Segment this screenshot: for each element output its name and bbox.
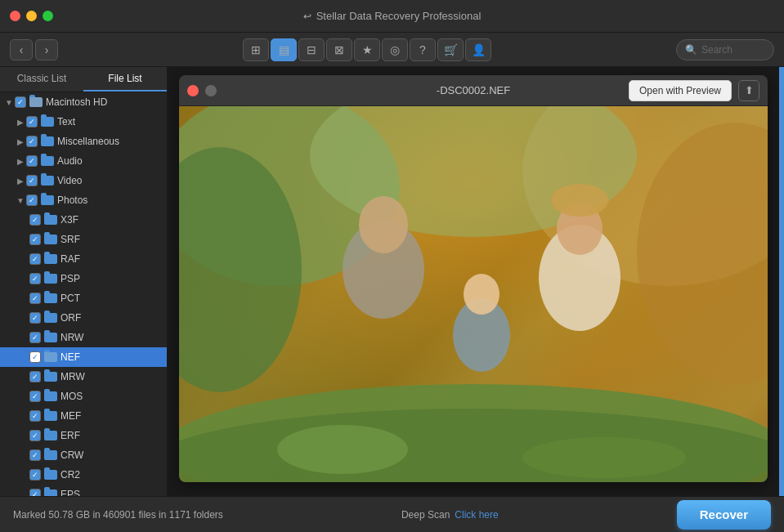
root-toggle[interactable]: ▼ [3, 96, 15, 108]
crw-folder-icon [44, 450, 57, 460]
eps-label: EPS [60, 489, 80, 496]
crw-checkbox[interactable]: ✓ [29, 449, 41, 461]
toolbar-btn-star[interactable]: ★ [354, 38, 380, 61]
toolbar-btn-4[interactable]: ⊠ [326, 38, 352, 61]
video-checkbox[interactable]: ✓ [26, 175, 38, 186]
audio-checkbox[interactable]: ✓ [26, 155, 38, 167]
raf-checkbox[interactable]: ✓ [29, 253, 41, 265]
text-toggle[interactable]: ▶ [15, 116, 26, 127]
tree-item-nef[interactable]: ✓ NEF [0, 347, 167, 367]
misc-toggle[interactable]: ▶ [15, 136, 26, 147]
toolbar-btn-question[interactable]: ? [410, 38, 436, 61]
text-label: Text [57, 116, 75, 127]
tab-bar: Classic List File List [0, 67, 167, 92]
photos-checkbox[interactable]: ✓ [26, 194, 38, 206]
video-toggle[interactable]: ▶ [15, 175, 26, 186]
toolbar-btn-circle[interactable]: ◎ [382, 38, 408, 61]
deep-scan-section: Deep Scan Click here [401, 509, 499, 521]
click-here-link[interactable]: Click here [455, 509, 498, 521]
tree-item-text[interactable]: ▶ ✓ Text [0, 112, 167, 132]
tree-item-miscellaneous[interactable]: ▶ ✓ Miscellaneous [0, 132, 167, 151]
nrw-checkbox[interactable]: ✓ [29, 332, 41, 343]
toolbar-btn-person[interactable]: 👤 [465, 38, 491, 61]
nrw-folder-icon [44, 333, 57, 342]
minimize-window-button[interactable] [26, 11, 37, 21]
sidebar: Classic List File List ▼ ✓ Macintosh HD … [0, 67, 168, 496]
cr2-label: CR2 [60, 469, 80, 481]
maximize-window-button[interactable] [43, 11, 53, 21]
tree-item-x3f[interactable]: ✓ X3F [0, 210, 167, 230]
nav-back-button[interactable]: ‹ [10, 39, 33, 60]
search-icon: 🔍 [685, 44, 697, 56]
erf-label: ERF [60, 430, 80, 441]
tree-item-mef[interactable]: ✓ MEF [0, 406, 167, 426]
misc-checkbox[interactable]: ✓ [26, 136, 38, 147]
nef-label: NEF [60, 351, 80, 363]
tree-item-raf[interactable]: ✓ RAF [0, 249, 167, 269]
tree-item-psp[interactable]: ✓ PSP [0, 269, 167, 288]
tree-item-erf[interactable]: ✓ ERF [0, 426, 167, 445]
orf-checkbox[interactable]: ✓ [29, 312, 41, 324]
tree-item-mrw[interactable]: ✓ MRW [0, 367, 167, 387]
tree-item-orf[interactable]: ✓ ORF [0, 308, 167, 328]
toolbar-btn-1[interactable]: ⊞ [243, 38, 269, 61]
tree-item-nrw[interactable]: ✓ NRW [0, 328, 167, 347]
share-icon: ⬆ [745, 84, 754, 96]
preview-close-button[interactable] [187, 85, 199, 96]
mef-checkbox[interactable]: ✓ [29, 410, 41, 422]
share-button[interactable]: ⬆ [738, 80, 759, 101]
tree-item-video[interactable]: ▶ ✓ Video [0, 171, 167, 190]
close-window-button[interactable] [10, 11, 20, 21]
erf-folder-icon [44, 431, 57, 440]
preview-filename: -DSC0002.NEF [437, 84, 510, 96]
marked-status-text: Marked 50.78 GB in 460901 files in 1171 … [13, 509, 223, 521]
pct-checkbox[interactable]: ✓ [29, 293, 41, 304]
cr2-checkbox[interactable]: ✓ [29, 469, 41, 481]
mrw-checkbox[interactable]: ✓ [29, 371, 41, 382]
preview-actions: Open with Preview ⬆ [629, 80, 759, 101]
tab-classic-list[interactable]: Classic List [0, 67, 83, 92]
srf-checkbox[interactable]: ✓ [29, 234, 41, 245]
preview-image [179, 106, 768, 482]
root-checkbox[interactable]: ✓ [15, 96, 26, 108]
tree-item-photos[interactable]: ▼ ✓ Photos [0, 190, 167, 210]
x3f-checkbox[interactable]: ✓ [29, 214, 41, 226]
photos-toggle[interactable]: ▼ [15, 194, 26, 206]
title-bar: ↩ Stellar Data Recovery Professional [0, 0, 784, 33]
misc-folder-icon [41, 136, 54, 146]
tree-item-cr2[interactable]: ✓ CR2 [0, 465, 167, 485]
toolbar-btn-cart[interactable]: 🛒 [437, 38, 464, 61]
audio-toggle[interactable]: ▶ [15, 155, 26, 167]
text-checkbox[interactable]: ✓ [26, 116, 38, 127]
audio-label: Audio [57, 155, 83, 167]
toolbar-btn-3[interactable]: ⊟ [298, 38, 325, 61]
psp-checkbox[interactable]: ✓ [29, 273, 41, 284]
tree-item-pct[interactable]: ✓ PCT [0, 288, 167, 308]
preview-window: -DSC0002.NEF Open with Preview ⬆ [179, 75, 768, 482]
tree-item-srf[interactable]: ✓ SRF [0, 230, 167, 249]
tree-item-audio[interactable]: ▶ ✓ Audio [0, 151, 167, 171]
nav-forward-button[interactable]: › [35, 39, 58, 60]
nef-checkbox[interactable]: ✓ [29, 351, 41, 363]
recover-button[interactable]: Recover [677, 500, 771, 530]
status-bar: Marked 50.78 GB in 460901 files in 1171 … [0, 496, 784, 532]
tree-item-eps[interactable]: ✓ EPS [0, 485, 167, 496]
search-box[interactable]: 🔍 Search [676, 39, 774, 60]
misc-label: Miscellaneous [57, 136, 119, 147]
tab-file-list[interactable]: File List [83, 67, 167, 92]
eps-checkbox[interactable]: ✓ [29, 489, 41, 496]
preview-min-button[interactable] [205, 85, 217, 96]
tree-root-item[interactable]: ▼ ✓ Macintosh HD [0, 92, 167, 112]
traffic-lights [10, 11, 53, 21]
app-title: ↩ Stellar Data Recovery Professional [303, 10, 482, 22]
tree-item-crw[interactable]: ✓ CRW [0, 445, 167, 465]
x3f-folder-icon [44, 215, 57, 225]
deep-scan-label: Deep Scan [401, 509, 450, 521]
tree-item-mos[interactable]: ✓ MOS [0, 387, 167, 406]
mrw-label: MRW [60, 371, 85, 382]
erf-checkbox[interactable]: ✓ [29, 430, 41, 441]
mos-checkbox[interactable]: ✓ [29, 391, 41, 402]
open-with-preview-button[interactable]: Open with Preview [629, 80, 732, 101]
mef-folder-icon [44, 411, 57, 421]
toolbar-btn-2[interactable]: ▤ [271, 38, 297, 61]
